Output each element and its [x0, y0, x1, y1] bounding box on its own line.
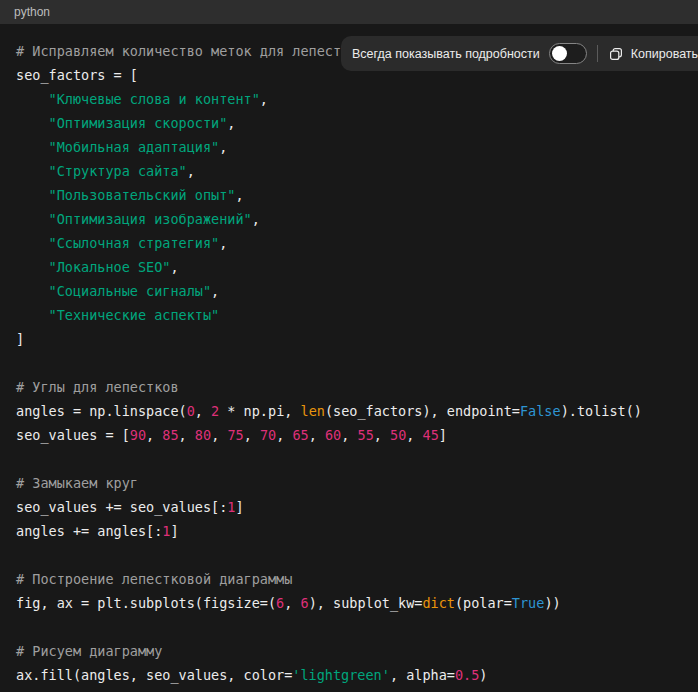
- code-line: [16, 447, 682, 471]
- code-language-label: python: [14, 5, 50, 19]
- copy-code-button[interactable]: Копировать код: [608, 46, 698, 62]
- code-line: "Ссылочная стратегия",: [16, 231, 682, 255]
- code-line: fig, ax = plt.subplots(figsize=(6, 6), s…: [16, 591, 682, 615]
- code-line: seo_values = [90, 85, 80, 75, 70, 65, 60…: [16, 423, 682, 447]
- copy-code-label: Копировать код: [631, 47, 698, 61]
- code-header: python: [0, 0, 698, 24]
- code-line: "Социальные сигналы",: [16, 279, 682, 303]
- toolbar-divider: [597, 45, 598, 62]
- code-line: "Ключевые слова и контент",: [16, 87, 682, 111]
- toggle-knob: [552, 46, 567, 61]
- code-line: "Структура сайта",: [16, 159, 682, 183]
- code-line: # Рисуем диаграмму: [16, 639, 682, 663]
- code-line: [16, 543, 682, 567]
- code-line: "Технические аспекты": [16, 303, 682, 327]
- code-line: ]: [16, 327, 682, 351]
- always-show-details-control[interactable]: Всегда показывать подробности: [352, 43, 587, 64]
- code-line: [16, 351, 682, 375]
- code-toolbar: Всегда показывать подробности Копировать…: [341, 36, 698, 71]
- code-line: "Пользовательский опыт",: [16, 183, 682, 207]
- code-line: ax.fill(angles, seo_values, color='light…: [16, 663, 682, 687]
- code-line: "Оптимизация скорости",: [16, 111, 682, 135]
- code-content: # Исправляем количество меток для лепест…: [0, 24, 698, 687]
- copy-icon: [608, 46, 624, 62]
- code-line: # Замыкаем круг: [16, 471, 682, 495]
- code-line: [16, 615, 682, 639]
- code-line: # Углы для лепестков: [16, 375, 682, 399]
- code-line: "Мобильная адаптация",: [16, 135, 682, 159]
- code-line: angles += angles[:1]: [16, 519, 682, 543]
- code-block-window: python # Исправляем количество меток для…: [0, 0, 698, 692]
- code-line: "Локальное SEO",: [16, 255, 682, 279]
- code-line: "Оптимизация изображений",: [16, 207, 682, 231]
- details-toggle[interactable]: [549, 43, 587, 64]
- code-line: seo_values += seo_values[:1]: [16, 495, 682, 519]
- code-line: # Построение лепестковой диаграммы: [16, 567, 682, 591]
- always-show-details-label: Всегда показывать подробности: [352, 47, 540, 61]
- code-line: angles = np.linspace(0, 2 * np.pi, len(s…: [16, 399, 682, 423]
